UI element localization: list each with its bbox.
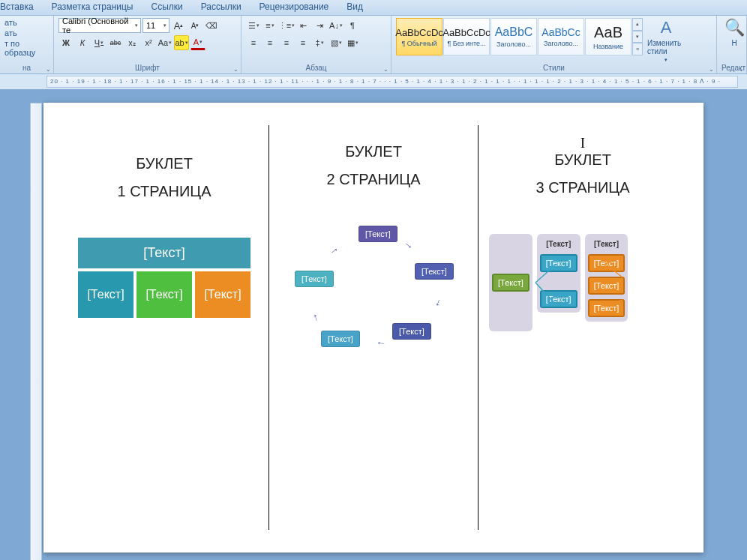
- find-button[interactable]: 🔍Н: [722, 18, 747, 47]
- cut-button[interactable]: ать: [4, 18, 49, 27]
- clear-format[interactable]: ⌫: [204, 18, 219, 33]
- font-color-button[interactable]: A: [190, 35, 206, 50]
- strike-button[interactable]: abc: [108, 35, 123, 50]
- style-nospacing[interactable]: AaBbCcDc¶ Без инте...: [443, 18, 490, 55]
- sa3-col1: [Текст]: [489, 234, 532, 331]
- sa3-b2[interactable]: [Текст]: [540, 290, 578, 308]
- sa1-cell3[interactable]: [Текст]: [195, 271, 250, 318]
- para-group-label: Абзац: [246, 64, 386, 73]
- underline-button[interactable]: Ч: [92, 35, 106, 50]
- sa3-o3[interactable]: [Текст]: [588, 299, 626, 317]
- line-spacing[interactable]: ‡: [312, 35, 327, 50]
- arrow-icon: →: [308, 311, 322, 325]
- arrow-icon: →: [400, 237, 416, 253]
- sa3-col2: [Текст] [Текст] [Текст]: [537, 234, 580, 313]
- smartart-table[interactable]: [Текст] [Текст] [Текст] [Текст]: [78, 238, 250, 318]
- editing-label: Редакт: [722, 64, 742, 73]
- find-icon: 🔍: [724, 18, 745, 37]
- format-painter[interactable]: т по образцу: [4, 39, 49, 57]
- menu-layout[interactable]: Разметка страницы: [52, 1, 134, 12]
- font-size-combo[interactable]: 11: [142, 18, 170, 33]
- style-gallery[interactable]: AaBbCcDc¶ Обычный AaBbCcDc¶ Без инте... …: [396, 18, 643, 55]
- superscript-button[interactable]: x²: [141, 35, 156, 50]
- column-2: БУКЛЕТ 2 СТРАНИЦА [Текст] [Текст] [Текст…: [268, 125, 478, 530]
- grow-font[interactable]: A▴: [171, 18, 186, 33]
- sa3-hdr2: [Текст]: [543, 238, 574, 250]
- smartart-hierarchy[interactable]: [Текст] [Текст] [Текст] [Текст] [Текст] …: [489, 234, 676, 331]
- align-left[interactable]: ≡: [246, 35, 261, 50]
- sa3-o2[interactable]: [Текст]: [588, 277, 626, 295]
- group-editing: 🔍Н Редакт: [717, 16, 747, 73]
- italic-button[interactable]: К: [75, 35, 90, 50]
- ribbon: ать ать т по образцу на Calibri (Основно…: [0, 16, 747, 74]
- group-styles: AaBbCcDc¶ Обычный AaBbCcDc¶ Без инте... …: [392, 16, 717, 73]
- col3-subtitle: 3 СТРАНИЦА: [536, 179, 630, 196]
- sa3-b1[interactable]: [Текст]: [540, 254, 578, 272]
- sa1-top[interactable]: [Текст]: [78, 238, 250, 271]
- shrink-font[interactable]: A▾: [188, 18, 202, 33]
- col2-subtitle: 2 СТРАНИЦА: [327, 171, 421, 188]
- smartart-cycle[interactable]: [Текст] [Текст] [Текст] [Текст] [Текст] …: [287, 226, 460, 361]
- align-center[interactable]: ≡: [262, 35, 278, 50]
- font-family-combo[interactable]: Calibri (Основной те: [58, 18, 141, 33]
- bullets-button[interactable]: ☰: [246, 18, 261, 33]
- subscript-button[interactable]: x₂: [124, 35, 140, 50]
- cycle-node-2[interactable]: [Текст]: [415, 263, 454, 280]
- style-normal[interactable]: AaBbCcDc¶ Обычный: [396, 18, 442, 55]
- menu-bar: Вставка Разметка страницы Ссылки Рассылк…: [0, 0, 747, 16]
- clipboard-label: на: [4, 64, 49, 73]
- col1-title: БУКЛЕТ: [136, 155, 193, 172]
- document-area: БУКЛЕТ 1 СТРАНИЦА [Текст] [Текст] [Текст…: [0, 89, 747, 560]
- menu-insert[interactable]: Вставка: [0, 1, 34, 12]
- numbering-button[interactable]: ≡: [262, 18, 278, 33]
- vertical-ruler[interactable]: [30, 103, 42, 560]
- menu-view[interactable]: Вид: [346, 1, 363, 12]
- column-3: I БУКЛЕТ 3 СТРАНИЦА [Текст] [Текст] [Тек…: [478, 125, 687, 530]
- align-justify[interactable]: ≡: [296, 35, 310, 50]
- sa3-root[interactable]: [Текст]: [492, 274, 530, 292]
- sa1-cell2[interactable]: [Текст]: [134, 271, 195, 318]
- font-group-label: Шрифт: [58, 64, 236, 73]
- col3-pagenum: I: [580, 136, 585, 151]
- arrow-icon: →: [431, 296, 446, 310]
- group-clipboard: ать ать т по образцу на: [0, 16, 54, 73]
- menu-refs[interactable]: Ссылки: [151, 1, 182, 12]
- shading-button[interactable]: ▧: [328, 35, 344, 50]
- sa1-cell1[interactable]: [Текст]: [78, 271, 134, 318]
- outdent-button[interactable]: ⇤: [296, 18, 310, 33]
- change-case[interactable]: Aa: [158, 35, 172, 50]
- change-styles-button[interactable]: AИзменить стили▾: [647, 18, 685, 63]
- style-heading2[interactable]: AaBbCcЗаголово...: [538, 18, 584, 55]
- arrow-icon: →: [326, 242, 342, 258]
- col1-subtitle: 1 СТРАНИЦА: [118, 183, 212, 200]
- change-styles-icon: A: [661, 18, 672, 37]
- sa3-o1[interactable]: [Текст]: [588, 254, 626, 272]
- style-heading1[interactable]: AaBbCЗаголово...: [490, 18, 537, 55]
- align-right[interactable]: ≡: [279, 35, 294, 50]
- horizontal-ruler[interactable]: 20 · 1 · 19 · 1 · 18 · 1 · 17 · 1 · 16 ·…: [46, 76, 738, 88]
- multilevel-button[interactable]: ⋮≡: [279, 18, 294, 33]
- sa3-col3: [Текст] [Текст] [Текст] [Текст]: [585, 234, 628, 322]
- styles-group-label: Стили: [396, 64, 712, 73]
- col2-title: БУКЛЕТ: [345, 143, 402, 160]
- highlight-button[interactable]: ab: [174, 35, 189, 50]
- indent-button[interactable]: ⇥: [312, 18, 327, 33]
- bold-button[interactable]: Ж: [58, 35, 74, 50]
- group-font: Calibri (Основной те 11 A▴ A▾ ⌫ Ж К Ч ab…: [54, 16, 242, 73]
- sort-button[interactable]: A↓: [328, 18, 344, 33]
- menu-review[interactable]: Рецензирование: [260, 1, 329, 12]
- show-marks[interactable]: ¶: [345, 18, 360, 33]
- column-1: БУКЛЕТ 1 СТРАНИЦА [Текст] [Текст] [Текст…: [60, 125, 268, 530]
- col3-title: БУКЛЕТ: [554, 151, 611, 169]
- borders-button[interactable]: ▦: [345, 35, 360, 50]
- menu-mail[interactable]: Рассылки: [201, 1, 242, 12]
- paste-button[interactable]: ать: [4, 28, 49, 37]
- page: БУКЛЕТ 1 СТРАНИЦА [Текст] [Текст] [Текст…: [44, 103, 704, 553]
- style-title[interactable]: АаВНазвание: [585, 18, 632, 55]
- cycle-node-1[interactable]: [Текст]: [358, 226, 398, 242]
- cycle-node-4[interactable]: [Текст]: [321, 331, 360, 347]
- cycle-node-5[interactable]: [Текст]: [295, 271, 334, 287]
- group-paragraph: ☰ ≡ ⋮≡ ⇤ ⇥ A↓ ¶ ≡ ≡ ≡ ≡ ‡ ▧ ▦ Абзац: [242, 16, 392, 73]
- cycle-node-3[interactable]: [Текст]: [392, 323, 431, 340]
- gallery-scroll[interactable]: ▴▾≡: [632, 18, 643, 55]
